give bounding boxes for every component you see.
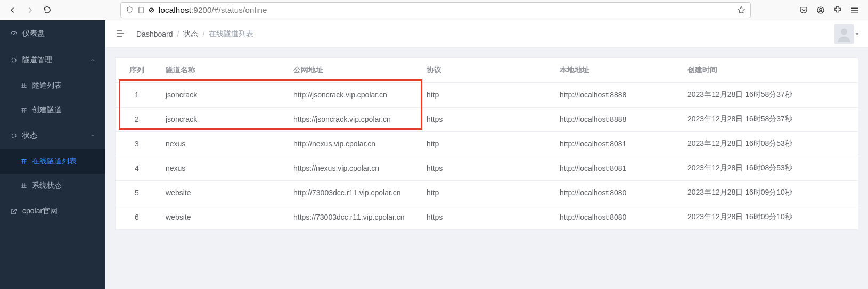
cell-name: website [158, 180, 286, 205]
reload-button[interactable] [39, 3, 54, 18]
cell-public[interactable]: http://73003dcc.r11.vip.cpolar.cn [286, 180, 419, 205]
th-seq: 序列 [116, 58, 158, 82]
grid-icon [20, 182, 32, 189]
sidebar-item-tunnel-mgmt[interactable]: 隧道管理 [0, 47, 105, 73]
chevron-up-icon [89, 57, 96, 63]
cell-proto: http [419, 131, 552, 156]
reload-icon [43, 5, 52, 14]
grid-icon [20, 82, 32, 89]
cell-seq: 5 [116, 180, 158, 205]
page-icon [137, 6, 145, 14]
cell-name: nexus [158, 156, 286, 180]
sidebar-label: cpolar官网 [22, 207, 58, 216]
crumb-status[interactable]: 状态 [183, 29, 198, 39]
cell-created: 2023年12月28日 16时08分53秒 [680, 131, 858, 156]
cell-created: 2023年12月28日 16时58分37秒 [680, 107, 858, 131]
arrow-right-icon [25, 5, 35, 15]
sidebar-sub-tunnel-list[interactable]: 隧道列表 [0, 73, 105, 98]
cell-name: jsoncrack [158, 82, 286, 107]
cell-proto: http [419, 180, 552, 205]
sidebar-label: 创建隧道 [32, 105, 62, 115]
cell-name: website [158, 205, 286, 229]
hamburger-toggle-icon[interactable] [115, 28, 127, 40]
pocket-icon[interactable] [799, 5, 808, 15]
cell-seq: 3 [116, 131, 158, 156]
bookmark-star-icon[interactable] [736, 5, 746, 15]
avatar [834, 24, 854, 44]
cell-name: jsoncrack [158, 107, 286, 131]
sidebar-item-dashboard[interactable]: 仪表盘 [0, 20, 105, 47]
back-button[interactable] [5, 3, 20, 18]
cell-proto: https [419, 156, 552, 180]
cell-created: 2023年12月28日 16时58分37秒 [680, 82, 858, 107]
sidebar-item-status[interactable]: 状态 [0, 122, 105, 149]
circle-icon [10, 56, 22, 64]
app-root: 仪表盘 隧道管理 隧道列表 创建隧道 状态 在线隧道列表 系统状态 [0, 20, 868, 289]
th-created: 创建时间 [680, 58, 858, 82]
svg-point-5 [12, 134, 16, 138]
sidebar-label: 系统状态 [32, 181, 62, 191]
cell-proto: http [419, 82, 552, 107]
cell-public[interactable]: https://73003dcc.r11.vip.cpolar.cn [286, 205, 419, 229]
sidebar-label: 隧道列表 [32, 81, 62, 90]
grid-icon [20, 106, 32, 114]
th-name: 隧道名称 [158, 58, 286, 82]
cell-seq: 1 [116, 82, 158, 107]
cell-public[interactable]: https://nexus.vip.cpolar.cn [286, 156, 419, 180]
main-area: Dashboard / 状态 / 在线隧道列表 ▾ 序列 [105, 20, 868, 289]
table-row: 4nexushttps://nexus.vip.cpolar.cnhttpsht… [116, 156, 858, 180]
cell-proto: https [419, 107, 552, 131]
sidebar-label: 状态 [22, 131, 37, 141]
svg-point-7 [841, 28, 847, 35]
cell-local[interactable]: http://localhost:8888 [552, 107, 680, 131]
browser-toolbar: ⊘ localhost:9200/#/status/online [0, 0, 868, 20]
topbar: Dashboard / 状态 / 在线隧道列表 ▾ [105, 20, 868, 48]
sidebar-sub-system-status[interactable]: 系统状态 [0, 174, 105, 198]
cell-local[interactable]: http://localhost:8080 [552, 180, 680, 205]
menu-icon[interactable] [850, 5, 859, 15]
svg-point-4 [12, 58, 16, 62]
crumb-current: 在线隧道列表 [209, 29, 253, 39]
table-row: 2jsoncrackhttps://jsoncrack.vip.cpolar.c… [116, 107, 858, 131]
sidebar-label: 隧道管理 [22, 55, 52, 65]
table-row: 1jsoncrackhttp://jsoncrack.vip.cpolar.cn… [116, 82, 858, 107]
crumb-separator: / [177, 30, 179, 38]
user-menu[interactable]: ▾ [834, 24, 858, 44]
tunnel-table: 序列 隧道名称 公网地址 协议 本地地址 创建时间 1jsoncrackhttp… [116, 58, 858, 230]
sidebar-item-cpolar-site[interactable]: cpolar官网 [0, 198, 105, 225]
crumb-dashboard[interactable]: Dashboard [136, 30, 173, 38]
th-public: 公网地址 [286, 58, 419, 82]
th-proto: 协议 [419, 58, 552, 82]
crumb-separator: / [202, 30, 204, 38]
caret-down-icon: ▾ [856, 31, 858, 37]
cell-local[interactable]: http://localhost:8081 [552, 131, 680, 156]
sidebar-sub-online-list[interactable]: 在线隧道列表 [0, 149, 105, 174]
shield-icon [125, 6, 134, 14]
address-bar[interactable]: ⊘ localhost:9200/#/status/online [120, 2, 751, 18]
cell-local[interactable]: http://localhost:8888 [552, 82, 680, 107]
cell-seq: 4 [116, 156, 158, 180]
cell-seq: 6 [116, 205, 158, 229]
table-header-row: 序列 隧道名称 公网地址 协议 本地地址 创建时间 [116, 58, 858, 82]
cell-created: 2023年12月28日 16时08分53秒 [680, 156, 858, 180]
cell-public[interactable]: http://nexus.vip.cpolar.cn [286, 131, 419, 156]
forward-button[interactable] [22, 3, 37, 18]
chevron-up-icon [89, 133, 96, 139]
sidebar-label: 在线隧道列表 [32, 156, 77, 166]
sidebar-sub-create-tunnel[interactable]: 创建隧道 [0, 98, 105, 122]
cell-local[interactable]: http://localhost:8080 [552, 205, 680, 229]
arrow-left-icon [8, 5, 18, 15]
table-row: 5websitehttp://73003dcc.r11.vip.cpolar.c… [116, 180, 858, 205]
cell-seq: 2 [116, 107, 158, 131]
cell-public[interactable]: http://jsoncrack.vip.cpolar.cn [286, 82, 419, 107]
cell-created: 2023年12月28日 16时09分10秒 [680, 180, 858, 205]
lock-icon: ⊘ [149, 6, 154, 14]
cell-public[interactable]: https://jsoncrack.vip.cpolar.cn [286, 107, 419, 131]
grid-icon [20, 158, 32, 165]
cell-local[interactable]: http://localhost:8081 [552, 156, 680, 180]
gauge-icon [10, 29, 22, 38]
account-icon[interactable] [816, 5, 825, 15]
table-row: 3nexushttp://nexus.vip.cpolar.cnhttphttp… [116, 131, 858, 156]
extensions-icon[interactable] [833, 5, 842, 15]
cell-name: nexus [158, 131, 286, 156]
